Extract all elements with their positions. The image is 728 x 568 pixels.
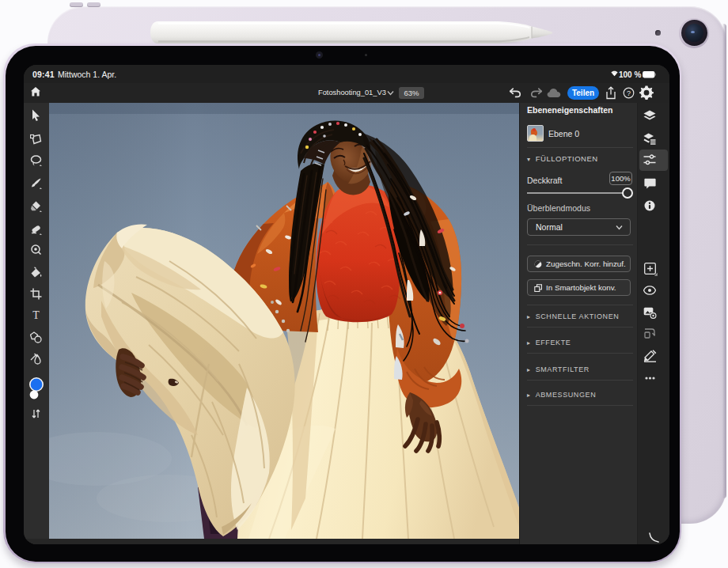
- svg-text:T: T: [32, 309, 40, 320]
- svg-text:?: ?: [627, 89, 631, 97]
